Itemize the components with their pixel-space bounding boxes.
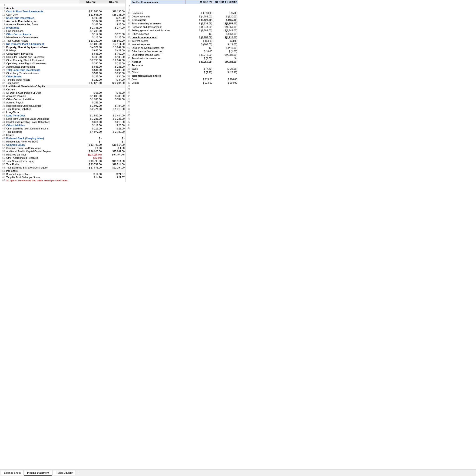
bs-row-label: Accounts Receivables, Net — [6, 19, 80, 23]
bs-val2: $ 784.00 — [102, 98, 125, 101]
is-row-number: 9 — [125, 8, 131, 11]
row-number: 27 — [0, 65, 6, 68]
bs-val2: $ 180.00 — [102, 55, 125, 59]
bs-row-label: All figures in millions of U.S. Dollar e… — [6, 179, 80, 182]
main-content: DEC '22 DEC '21 89Assets10Cash & Short-T… — [0, 0, 238, 189]
is-val2: $(4,220.00) — [213, 36, 238, 39]
is-val1 — [186, 120, 213, 124]
is-row-number: 32 — [125, 88, 131, 91]
is-row-label: Basic — [131, 67, 186, 71]
bs-val2 — [102, 169, 125, 172]
is-val1 — [186, 98, 213, 101]
bs-val1: $ 1,348.00 — [80, 29, 102, 33]
is-val2 — [213, 111, 238, 114]
is-row-number: 41 — [125, 117, 131, 120]
bs-val1: $ 2,753.00 — [80, 59, 102, 62]
is-val2 — [213, 94, 238, 98]
bs-row-label: Total Current Assets — [6, 39, 80, 42]
row-number: 14 — [0, 23, 6, 26]
is-val2: $(4,688.00) — [213, 53, 238, 57]
is-val2: $ 204.00 — [213, 78, 238, 81]
bs-val1: $ 1,231.00 — [80, 117, 102, 120]
is-row-number: 20 — [125, 46, 131, 50]
bs-val1: $ 11,568.00 — [80, 13, 102, 16]
bs-table-row: 22Buildings$ 636.00$ 429.00 — [0, 49, 125, 52]
bs-val2: $ 1.00 — [102, 146, 125, 150]
is-title: FactSet Fundamentals — [131, 0, 186, 4]
balance-sheet-table: DEC '22 DEC '21 89Assets10Cash & Short-T… — [0, 0, 125, 182]
bs-table-row: 8 — [0, 3, 125, 6]
bs-val1: $ 1,000.00 — [80, 94, 102, 98]
is-val2 — [213, 124, 238, 127]
is-val1 — [186, 107, 213, 111]
is-val2: $ (1.00) — [213, 50, 238, 53]
is-row-number: 37 — [125, 104, 131, 107]
bs-col2-header: DEC '21 — [102, 0, 125, 4]
is-val2 — [213, 101, 238, 104]
bs-val2: $ 1,313.00 — [102, 107, 125, 111]
row-number: 13 — [0, 19, 6, 23]
is-val2 — [213, 120, 238, 124]
bs-val1 — [80, 111, 102, 114]
bs-val1: $ 68.00 — [80, 91, 102, 94]
is-row-label — [131, 120, 186, 124]
bs-row-label: Total Equity — [6, 163, 80, 166]
bs-table-row: 62All figures in millions of U.S. Dollar… — [0, 179, 125, 182]
is-table-row: 35 — [125, 98, 238, 101]
is-val2: $ (29.00) — [213, 43, 238, 46]
is-val2 — [213, 91, 238, 94]
row-number: 24 — [0, 55, 6, 59]
is-table-row: 12Gross profit$ (3,123.00)$ (465.00) — [125, 18, 238, 22]
is-val2: $ (465.00) — [213, 18, 238, 22]
is-row-label — [131, 5, 186, 8]
row-number: 49 — [0, 137, 6, 140]
row-number: 25 — [0, 59, 6, 62]
row-number: 47 — [0, 130, 6, 133]
row-number: 37 — [0, 98, 6, 101]
is-row-number: 17 — [125, 36, 131, 39]
bs-table-row: 61Tangible Book Value per Share$ 14.90$ … — [0, 176, 125, 179]
is-row-number: 16 — [125, 32, 131, 36]
row-number: 52 — [0, 146, 6, 150]
is-val1: $ 193.00 — [186, 39, 213, 43]
bs-val2: $22,294.00 — [102, 166, 125, 169]
is-val2 — [213, 117, 238, 120]
is-row-number: 23 — [125, 57, 131, 60]
bs-table-row: 36Accounts Payable$ 1,000.00$ 483.00 — [0, 94, 125, 98]
is-row-number: 19 — [125, 43, 131, 46]
bs-val1: $ 1,356.00 — [80, 98, 102, 101]
is-row-label: Diluted — [131, 71, 186, 74]
bs-row-label: Total Liabilities & Shareholders' Equity — [6, 166, 80, 169]
bs-val1: $ 14.90 — [80, 172, 102, 176]
bs-table-row: 32Total Assets$ 17,876.00$22,294.00 — [0, 81, 125, 85]
is-row-label — [131, 114, 186, 117]
is-table-row: 15Selling, general, and administrative$ … — [125, 29, 238, 32]
is-row-number: 43 — [125, 124, 131, 127]
bs-val1: $ 102.00 — [80, 23, 102, 26]
bs-table-row: 55Other Appropriated Reserves$ (2.00) — [0, 156, 125, 159]
bs-val2: $ 1,226.00 — [102, 117, 125, 120]
bs-val2 — [102, 111, 125, 114]
bs-table-row: 20Net Property, Plant & Equipment$ 4,088… — [0, 42, 125, 46]
bs-row-label: Per Share — [6, 169, 80, 172]
is-val1: $ (103.00) — [186, 43, 213, 46]
is-val2: $ (441.00) — [213, 46, 238, 50]
row-number: 61 — [0, 176, 6, 179]
bs-table-row: 24Computer Software and Equipment$ 409.0… — [0, 55, 125, 59]
bs-val1: $ - — [80, 140, 102, 143]
bs-table-row: 46Other Liabilities (excl. Deferred Inco… — [0, 127, 125, 130]
is-table-row: 38 — [125, 107, 238, 111]
bs-val1: $ 13,799.00 — [80, 143, 102, 146]
row-number: 57 — [0, 163, 6, 166]
is-row-label: Diluted — [131, 81, 186, 85]
is-row-number: 31 — [125, 85, 131, 88]
bs-val1: $ 13,130.00 — [80, 39, 102, 42]
bs-table-row: 53Additional Paid-In Capital/Capital Sur… — [0, 150, 125, 153]
bs-row-label: Cash & Short-Term Investments — [6, 10, 80, 13]
is-row-label: Revenues — [131, 11, 186, 15]
is-table-row: 11Cost of revenues$ (4,781.00)$ (520.00) — [125, 15, 238, 18]
row-number: 33 — [0, 85, 6, 88]
bs-val2: $ 21.67 — [102, 172, 125, 176]
bs-row-label: Inventories — [6, 26, 80, 29]
bs-table-row: 17Other Current Assets$ 112.00$ 126.00 — [0, 33, 125, 36]
